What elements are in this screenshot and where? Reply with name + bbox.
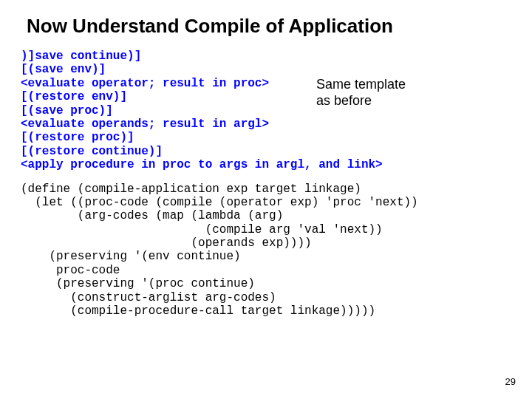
annotation-text: Same template as before (316, 77, 406, 109)
slide-title: Now Understand Compile of Application (27, 15, 511, 38)
slide: Now Understand Compile of Application )]… (0, 0, 532, 399)
template-code-text: )]save continue)] [(save env)] <evaluate… (21, 50, 383, 171)
page-number: 29 (505, 376, 516, 387)
template-code-block: )]save continue)] [(save env)] <evaluate… (21, 50, 511, 172)
lisp-code-block: (define (compile-application exp target … (21, 183, 511, 318)
